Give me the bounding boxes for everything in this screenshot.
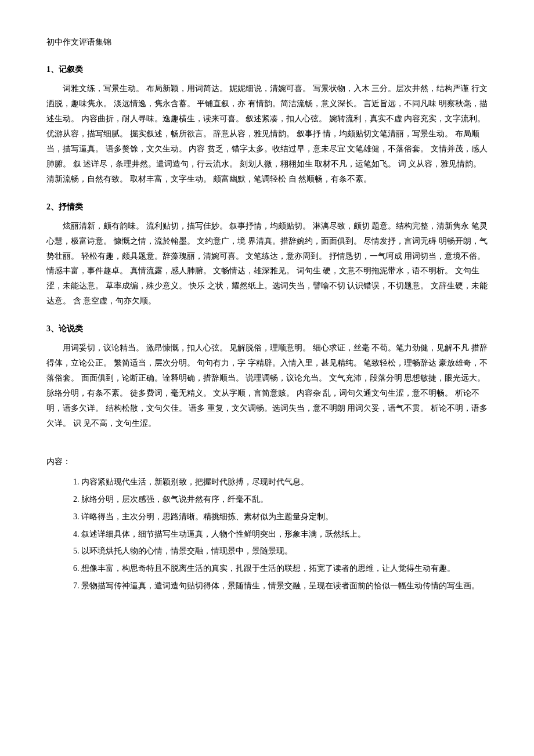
section-3-title: 3、论说类 <box>46 321 488 336</box>
section-2-title: 2、抒情类 <box>46 200 488 214</box>
list-item: 脉络分明，层次感强，叙气说井然有序，纤毫不乱。 <box>81 492 488 507</box>
list-item: 内容紧贴现代生活，新颖别致，把握时代脉搏，尽现时代气息。 <box>81 475 488 490</box>
page-title: 初中作文评语集锦 <box>46 35 488 49</box>
section-1-title: 1、记叙类 <box>46 62 488 77</box>
list-item: 以环境烘托人物的心情，情景交融，情现景中，景随景现。 <box>81 544 488 559</box>
content-section: 内容： 内容紧贴现代生活，新颖别致，把握时代脉搏，尽现时代气息。 脉络分明，层次… <box>46 454 488 594</box>
list-item: 景物描写传神逼真，遣词造句贴切得体，景随情生，情景交融，呈现在读者面前的恰似一幅… <box>81 578 488 594</box>
content-list: 内容紧贴现代生活，新颖别致，把握时代脉搏，尽现时代气息。 脉络分明，层次感强，叙… <box>81 475 488 594</box>
list-item: 详略得当，主次分明，思路清晰。精挑细拣、素材似为主题量身定制。 <box>81 509 488 525</box>
section-3-para-1: 用词妥切，议论精当。 激昂慷慨，扣人心弦。 见解脱俗，理顺意明。 细心求证，丝毫… <box>46 341 488 431</box>
section-2: 2、抒情类 炫丽清新，颇有韵味。 流利贴切，描写佳妙。 叙事抒情，均颇贴切。 淋… <box>46 200 488 309</box>
section-1-para-1: 词雅文练，写景生动。 布局新颖，用词简达。 妮妮细说，清婉可喜。 写景状物，入木… <box>46 81 488 186</box>
section-3: 3、论说类 用词妥切，议论精当。 激昂慷慨，扣人心弦。 见解脱俗，理顺意明。 细… <box>46 321 488 431</box>
list-item: 叙述详细具体，细节描写生动逼真，人物个性鲜明突出，形象丰满，跃然纸上。 <box>81 527 488 542</box>
section-2-para-1: 炫丽清新，颇有韵味。 流利贴切，描写佳妙。 叙事抒情，均颇贴切。 淋漓尽致，颇切… <box>46 219 488 309</box>
section-1: 1、记叙类 词雅文练，写景生动。 布局新颖，用词简达。 妮妮细说，清婉可喜。 写… <box>46 62 488 186</box>
content-label: 内容： <box>46 454 488 469</box>
list-item: 想像丰富，构思奇特且不脱离生活的真实，扎跟于生活的联想，拓宽了读者的思维，让人觉… <box>81 561 488 576</box>
